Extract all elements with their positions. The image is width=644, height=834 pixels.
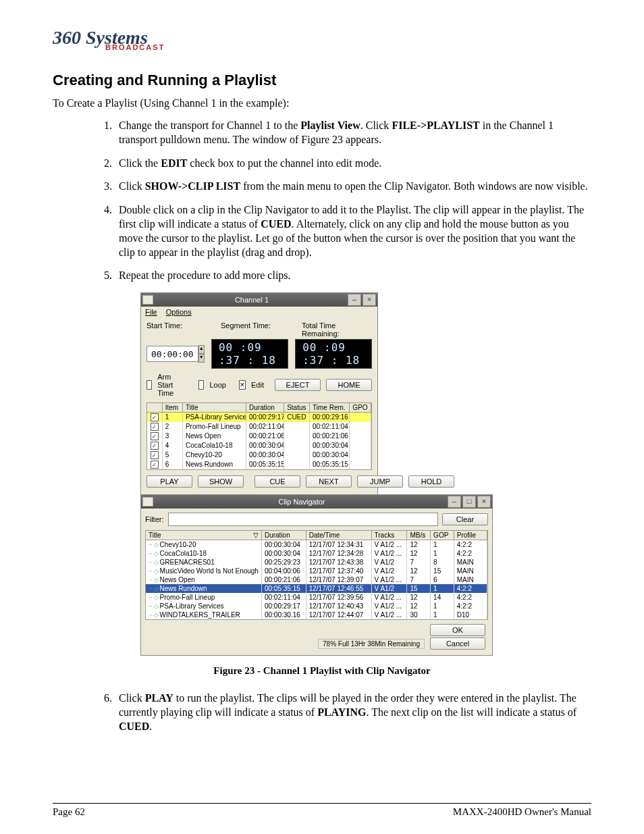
- clip-navigator-window: Clip Navigator – □ × Filter: Clear Title…: [140, 494, 493, 656]
- cell-title: PSA-Library Services: [183, 413, 246, 422]
- cell-title: ··◇News Open: [146, 575, 262, 584]
- t: Playlist View: [300, 120, 360, 131]
- cue-button[interactable]: CUE: [254, 475, 300, 488]
- clipnav-row[interactable]: ··◇GREENACRES0100:25:29:2312/17/07 12:43…: [146, 558, 487, 567]
- row-checkbox[interactable]: [151, 442, 159, 450]
- playlist-row[interactable]: 5Chevy10-2000:00:30:0400:00:30:04: [147, 450, 371, 460]
- step-6: Click PLAY to run the playlist. The clip…: [115, 692, 591, 733]
- step-5: Repeat the procedure to add more clips.: [115, 269, 591, 283]
- loop-checkbox[interactable]: [198, 380, 204, 390]
- cell-time-rem: 00:00:29:16: [310, 413, 350, 422]
- col-duration[interactable]: Duration: [262, 531, 306, 540]
- menu-file[interactable]: File: [145, 308, 157, 316]
- cell-gpo: [350, 422, 371, 432]
- cell-datetime: 12/17/07 12:40:43: [306, 602, 372, 610]
- eject-button[interactable]: EJECT: [275, 379, 321, 391]
- intro-text: To Create a Playlist (Using Channel 1 in…: [53, 97, 591, 109]
- t: SHOW->CLIP LIST: [145, 180, 240, 192]
- edit-checkbox[interactable]: [239, 380, 246, 390]
- cell-time-rem: 00:05:35:15: [310, 460, 350, 469]
- step-1: Change the transport for Channel 1 to th…: [115, 119, 591, 147]
- t: CUED: [119, 721, 149, 732]
- cell-profile: D10: [454, 610, 487, 619]
- col-duration[interactable]: Duration: [246, 403, 284, 412]
- playlist-row[interactable]: 4CocaCola10-1800:00:30:0400:00:30:04: [147, 441, 371, 450]
- minimize-button[interactable]: –: [448, 496, 461, 508]
- col-title[interactable]: Title: [183, 403, 246, 412]
- label-start-time: Start Time:: [146, 321, 221, 338]
- playlist-row[interactable]: 1PSA-Library Services00:00:29:17CUED00:0…: [147, 413, 371, 422]
- home-button[interactable]: HOME: [326, 379, 372, 391]
- cell-duration: 00:00:29:17: [246, 413, 284, 422]
- segment-time-display: 00 :09 :37 : 18: [211, 339, 288, 369]
- hold-button[interactable]: HOLD: [408, 475, 454, 488]
- sort-icon: ▽: [253, 531, 259, 539]
- figure-23: Channel 1 – × File Options Start Time: S…: [140, 292, 591, 656]
- col-time-rem[interactable]: Time Rem.: [310, 403, 350, 412]
- cell-item: 3: [163, 432, 183, 441]
- col-item[interactable]: Item: [163, 403, 183, 412]
- clipnav-row[interactable]: ··◇Chevy10-2000:00:30:0412/17/07 12:34:3…: [146, 540, 487, 549]
- cell-title: News Open: [183, 432, 246, 441]
- cell-gpo: [350, 441, 371, 450]
- row-checkbox[interactable]: [151, 413, 159, 421]
- clipnav-row[interactable]: ··◇WINDTALKERS_TRAILER00:00:30.1612/17/0…: [146, 610, 487, 619]
- playlist-row[interactable]: 3News Open00:00:21:0600:00:21:06: [147, 432, 371, 441]
- cell-item: 6: [163, 460, 183, 469]
- col-profile[interactable]: Profile: [454, 531, 487, 540]
- filter-input[interactable]: [168, 513, 439, 526]
- jump-button[interactable]: JUMP: [357, 475, 403, 488]
- start-time-input[interactable]: 00:00:00: [146, 346, 198, 362]
- col-title[interactable]: Title ▽: [146, 531, 262, 540]
- clipnav-row[interactable]: ··◇News Rundown00:05:35:1512/17/07 12:46…: [146, 584, 487, 593]
- cell-gop: 1: [431, 602, 454, 610]
- clipnav-row[interactable]: ··◇MusicVideo World Is Not Enough00:04:0…: [146, 567, 487, 575]
- cell-duration: 00:05:35:15: [246, 460, 284, 469]
- menu-options[interactable]: Options: [166, 308, 192, 316]
- col-status[interactable]: Status: [284, 403, 310, 412]
- channel-titlebar[interactable]: Channel 1 – ×: [141, 293, 377, 307]
- cell-duration: 00:00:30:04: [246, 441, 284, 450]
- clear-button[interactable]: Clear: [442, 513, 488, 525]
- clipnav-row[interactable]: ··◇News Open00:00:21:0612/17/07 12:39:07…: [146, 575, 487, 584]
- arm-start-checkbox[interactable]: [146, 380, 152, 390]
- close-button[interactable]: ×: [477, 496, 491, 508]
- col-gop[interactable]: GOP: [431, 531, 454, 540]
- cancel-button[interactable]: Cancel: [430, 637, 485, 650]
- minimize-button[interactable]: –: [348, 294, 361, 306]
- col-datetime[interactable]: Date/Time: [306, 531, 372, 540]
- next-button[interactable]: NEXT: [306, 475, 352, 488]
- row-checkbox[interactable]: [151, 423, 159, 431]
- col-gpo[interactable]: GPO: [350, 403, 371, 412]
- start-time-spinner[interactable]: ▲▼: [198, 345, 205, 363]
- cell-gop: 1: [431, 549, 454, 558]
- col-mbs[interactable]: MB/s: [407, 531, 431, 540]
- cell-title: ··◇GREENACRES01: [146, 558, 262, 567]
- t: . Click: [360, 120, 392, 131]
- playlist-row[interactable]: 2Promo-Fall Lineup00:02:11:0400:02:11:04: [147, 422, 371, 432]
- row-checkbox[interactable]: [151, 432, 159, 440]
- ok-button[interactable]: OK: [430, 624, 485, 636]
- cell-tracks: V A1/2 ...: [372, 549, 408, 558]
- show-button[interactable]: SHOW: [198, 475, 244, 488]
- play-button[interactable]: PLAY: [146, 475, 192, 488]
- row-checkbox[interactable]: [151, 451, 159, 459]
- clipnav-row[interactable]: ··◇Promo-Fall Lineup00:02:11:0412/17/07 …: [146, 593, 487, 602]
- cell-duration: 00:00:30.16: [262, 610, 306, 619]
- clipnav-row[interactable]: ··◇PSA-Library Services00:00:29:1712/17/…: [146, 602, 487, 610]
- manual-title: MAXX-2400HD Owner's Manual: [453, 806, 591, 818]
- loop-label: Loop: [209, 381, 225, 389]
- cell-time-rem: 00:00:30:04: [310, 450, 350, 460]
- clip-icon: ◇: [154, 550, 159, 557]
- maximize-button[interactable]: □: [462, 496, 476, 508]
- playlist-row[interactable]: 6News Rundown00:05:35:1500:05:35:15: [147, 460, 371, 469]
- cell-item: 4: [163, 441, 183, 450]
- cell-datetime: 12/17/07 12:39:07: [306, 575, 372, 584]
- col-tracks[interactable]: Tracks: [372, 531, 408, 540]
- clipnav-row[interactable]: ··◇CocaCola10-1800:00:30:0412/17/07 12:3…: [146, 549, 487, 558]
- row-checkbox[interactable]: [151, 461, 159, 469]
- clipnav-titlebar[interactable]: Clip Navigator – □ ×: [141, 495, 492, 509]
- clipnav-table: Title ▽ Duration Date/Time Tracks MB/s G…: [145, 530, 488, 620]
- close-button[interactable]: ×: [363, 294, 376, 306]
- playlist-table: Item Title Duration Status Time Rem. GPO…: [146, 402, 372, 470]
